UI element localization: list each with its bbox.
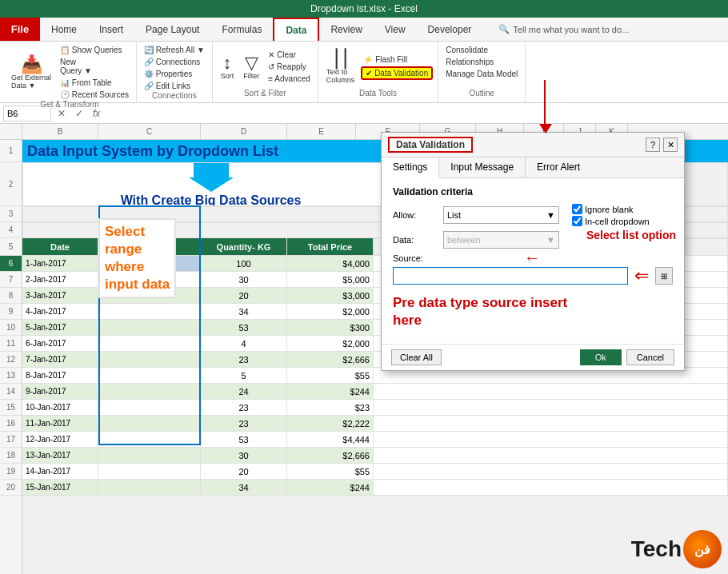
cell-qty-12[interactable]: 23 <box>201 352 287 368</box>
tab-review[interactable]: Review <box>319 18 373 41</box>
cell-date-9[interactable]: 4-Jan-2017 <box>22 304 98 320</box>
cell-date-20[interactable]: 15-Jan-2017 <box>22 480 98 496</box>
cell-product-10[interactable] <box>98 320 201 336</box>
advanced-btn[interactable]: ≡ Advanced <box>266 74 313 84</box>
cell-product-11[interactable] <box>98 336 201 352</box>
properties-btn[interactable]: ⚙️ Properties <box>142 69 194 79</box>
formula-confirm-icon[interactable]: ✓ <box>72 108 86 119</box>
cell-product-16[interactable] <box>98 416 201 432</box>
dv-incell-dropdown-label[interactable]: In-cell dropdown <box>572 216 650 226</box>
tab-view[interactable]: View <box>374 18 417 41</box>
cell-qty-19[interactable]: 20 <box>201 464 287 480</box>
dv-data-select[interactable]: between ▼ <box>443 231 559 249</box>
edit-links-btn[interactable]: 🔗 Edit Links <box>142 81 193 91</box>
cell-price-9[interactable]: $2,000 <box>287 304 374 320</box>
tab-developer[interactable]: Developer <box>417 18 483 41</box>
formula-cancel-icon[interactable]: ✕ <box>54 108 69 119</box>
show-queries-btn[interactable]: 📋 Show Queries <box>58 45 131 55</box>
cell-product-9[interactable] <box>98 304 201 320</box>
cell-price-17[interactable]: $4,444 <box>287 432 374 448</box>
cell-date-7[interactable]: 2-Jan-2017 <box>22 272 98 288</box>
from-table-btn[interactable]: 📊 From Table <box>58 78 131 88</box>
cell-qty-14[interactable]: 24 <box>201 384 287 400</box>
file-tab[interactable]: File <box>0 18 40 41</box>
cell-qty-17[interactable]: 53 <box>201 432 287 448</box>
cell-product-20[interactable] <box>98 480 201 496</box>
tab-home[interactable]: Home <box>40 18 88 41</box>
dv-clear-all-btn[interactable]: Clear All <box>391 349 442 365</box>
cell-price-16[interactable]: $2,222 <box>287 416 374 432</box>
cell-product-6[interactable] <box>98 256 201 272</box>
cell-date-10[interactable]: 5-Jan-2017 <box>22 320 98 336</box>
cell-date-19[interactable]: 14-Jan-2017 <box>22 464 98 480</box>
get-external-data-btn[interactable]: 📥 Get ExternalData ▼ <box>8 54 54 91</box>
reapply-btn[interactable]: ↺ Reapply <box>266 62 313 72</box>
filter-btn[interactable]: ▽ Filter <box>240 53 262 82</box>
relationships-btn[interactable]: Relationships <box>443 57 496 67</box>
tab-data[interactable]: Data <box>273 18 319 41</box>
dv-help-btn[interactable]: ? <box>646 138 660 152</box>
tab-page-layout[interactable]: Page Layout <box>134 18 210 41</box>
dv-source-picker-btn[interactable]: ⊞ <box>655 267 673 285</box>
cell-qty-13[interactable]: 5 <box>201 368 287 384</box>
data-validation-btn[interactable]: ✔ Data Validation <box>361 66 433 80</box>
cell-qty-16[interactable]: 23 <box>201 416 287 432</box>
cell-date-14[interactable]: 9-Jan-2017 <box>22 384 98 400</box>
dv-allow-select[interactable]: List ▼ <box>443 206 559 224</box>
cell-price-10[interactable]: $300 <box>287 320 374 336</box>
consolidate-btn[interactable]: Consolidate <box>443 45 490 55</box>
cell-date-8[interactable]: 3-Jan-2017 <box>22 288 98 304</box>
new-query-btn[interactable]: NewQuery ▼ <box>58 57 131 76</box>
cell-date-13[interactable]: 8-Jan-2017 <box>22 368 98 384</box>
cell-date-6[interactable]: 1-Jan-2017 <box>22 256 98 272</box>
formula-input[interactable] <box>106 106 725 122</box>
cell-qty-15[interactable]: 23 <box>201 400 287 416</box>
cell-qty-8[interactable]: 20 <box>201 288 287 304</box>
cell-product-12[interactable] <box>98 352 201 368</box>
tab-insert[interactable]: Insert <box>88 18 134 41</box>
cell-qty-18[interactable]: 30 <box>201 448 287 464</box>
cell-price-6[interactable]: $4,000 <box>287 256 374 272</box>
cell-price-20[interactable]: $244 <box>287 480 374 496</box>
text-to-columns-btn[interactable]: ⎮⎮ Text toColumns <box>323 49 358 86</box>
cell-date-17[interactable]: 12-Jan-2017 <box>22 432 98 448</box>
recent-sources-btn[interactable]: 🕐 Recent Sources <box>58 90 131 100</box>
dv-source-input[interactable] <box>393 267 628 285</box>
cell-qty-20[interactable]: 34 <box>201 480 287 496</box>
cell-product-8[interactable] <box>98 288 201 304</box>
dv-tab-settings[interactable]: Settings <box>382 157 439 178</box>
cell-date-11[interactable]: 6-Jan-2017 <box>22 336 98 352</box>
cell-price-7[interactable]: $5,000 <box>287 272 374 288</box>
cell-product-18[interactable] <box>98 448 201 464</box>
manage-data-model-btn[interactable]: Manage Data Model <box>443 69 520 79</box>
cell-date-18[interactable]: 13-Jan-2017 <box>22 448 98 464</box>
dv-tab-error-alert[interactable]: Error Alert <box>526 157 591 177</box>
cell-product-19[interactable] <box>98 464 201 480</box>
cell-product-14[interactable] <box>98 384 201 400</box>
cell-date-15[interactable]: 10-Jan-2017 <box>22 400 98 416</box>
dv-cancel-btn[interactable]: Cancel <box>626 349 674 365</box>
cell-price-19[interactable]: $55 <box>287 464 374 480</box>
cell-qty-6[interactable]: 100 <box>201 256 287 272</box>
cell-date-12[interactable]: 7-Jan-2017 <box>22 352 98 368</box>
cell-qty-11[interactable]: 4 <box>201 336 287 352</box>
flash-fill-btn[interactable]: ⚡ Flash Fill <box>361 54 433 65</box>
dv-ok-btn[interactable]: Ok <box>580 349 622 365</box>
dv-close-btn[interactable]: ✕ <box>663 138 678 152</box>
cell-product-7[interactable] <box>98 272 201 288</box>
dv-incell-dropdown-checkbox[interactable] <box>572 216 582 226</box>
dv-ignore-blank-label[interactable]: Ignore blank <box>572 204 650 214</box>
clear-btn[interactable]: ✕ Clear <box>266 50 313 60</box>
cell-product-13[interactable] <box>98 368 201 384</box>
connections-btn[interactable]: 🔗 Connections <box>142 57 202 67</box>
dv-ignore-blank-checkbox[interactable] <box>572 204 582 214</box>
tab-formulas[interactable]: Formulas <box>210 18 273 41</box>
cell-price-18[interactable]: $2,666 <box>287 448 374 464</box>
dv-tab-input-message[interactable]: Input Message <box>439 157 526 177</box>
refresh-btn[interactable]: 🔄 Refresh All ▼ <box>142 45 207 55</box>
cell-date-16[interactable]: 11-Jan-2017 <box>22 416 98 432</box>
cell-qty-10[interactable]: 53 <box>201 320 287 336</box>
cell-product-17[interactable] <box>98 432 201 448</box>
cell-price-11[interactable]: $2,000 <box>287 336 374 352</box>
cell-qty-7[interactable]: 30 <box>201 272 287 288</box>
